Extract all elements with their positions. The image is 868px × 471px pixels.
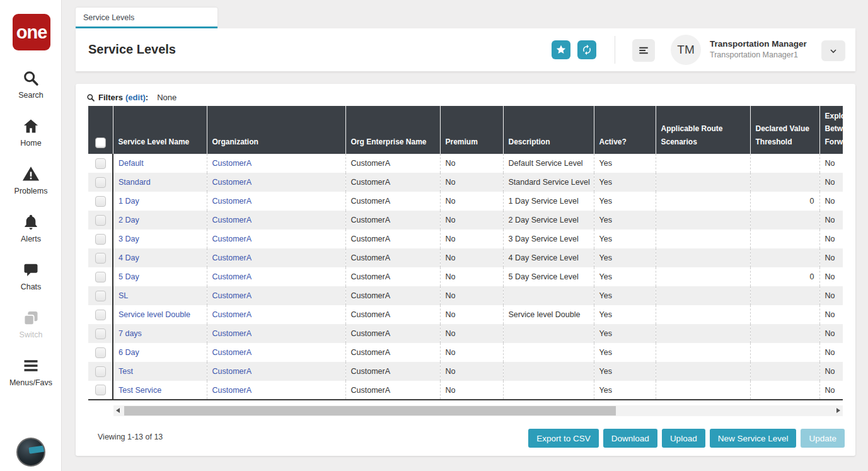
list-menu-button[interactable] bbox=[632, 39, 655, 62]
scroll-right-icon[interactable] bbox=[836, 408, 840, 413]
table-row: 5 DayCustomerACustomerANo5 Day Service L… bbox=[88, 267, 843, 286]
row-checkbox-cell bbox=[88, 286, 113, 305]
organization-link[interactable]: CustomerA bbox=[212, 197, 252, 206]
organization-link[interactable]: CustomerA bbox=[212, 253, 252, 262]
row-checkbox[interactable] bbox=[95, 196, 106, 207]
service-level-name-link[interactable]: 6 Day bbox=[119, 348, 139, 357]
sidebar-item-alerts[interactable]: Alerts bbox=[0, 204, 62, 243]
upload-button[interactable]: Upload bbox=[662, 429, 705, 448]
organization-link[interactable]: CustomerA bbox=[212, 310, 252, 319]
refresh-icon bbox=[581, 44, 593, 55]
organization-link[interactable]: CustomerA bbox=[212, 367, 252, 376]
user-menu-button[interactable] bbox=[821, 40, 845, 61]
column-header-explode[interactable]: Explore Between Forward bbox=[819, 106, 843, 154]
service-level-name-link[interactable]: 5 Day bbox=[119, 272, 139, 281]
download-button[interactable]: Download bbox=[603, 429, 657, 448]
row-checkbox[interactable] bbox=[95, 234, 106, 245]
row-checkbox[interactable] bbox=[95, 291, 106, 301]
description-cell bbox=[503, 381, 594, 400]
organization-link[interactable]: CustomerA bbox=[212, 291, 252, 300]
route-scenarios-cell bbox=[656, 381, 750, 400]
row-checkbox[interactable] bbox=[95, 310, 106, 320]
service-level-name-link[interactable]: 4 Day bbox=[119, 253, 139, 262]
star-icon bbox=[555, 44, 567, 55]
premium-cell: No bbox=[440, 248, 503, 267]
service-level-name-link[interactable]: 3 Day bbox=[119, 235, 139, 243]
filters-value: None bbox=[157, 93, 176, 102]
filters-edit-link[interactable]: (edit) bbox=[125, 93, 146, 102]
organization-link[interactable]: CustomerA bbox=[212, 272, 252, 281]
organization-link[interactable]: CustomerA bbox=[212, 178, 252, 187]
active-cell: Yes bbox=[594, 305, 656, 324]
org-enterprise-cell: CustomerA bbox=[345, 154, 440, 173]
row-checkbox[interactable] bbox=[95, 253, 106, 264]
select-all-checkbox[interactable] bbox=[95, 137, 106, 148]
chevron-down-icon bbox=[828, 46, 838, 56]
service-level-name-link[interactable]: SL bbox=[119, 291, 128, 300]
organization-link[interactable]: CustomerA bbox=[212, 329, 252, 338]
sidebar-item-problems[interactable]: Problems bbox=[0, 156, 62, 195]
column-header-description[interactable]: Description bbox=[503, 106, 594, 154]
service-level-name-link[interactable]: 1 Day bbox=[119, 197, 139, 206]
row-checkbox[interactable] bbox=[95, 177, 106, 188]
assistant-avatar[interactable] bbox=[16, 438, 45, 467]
column-header-route_scenarios[interactable]: Applicable Route Scenarios bbox=[656, 106, 750, 154]
organization-link[interactable]: CustomerA bbox=[212, 348, 252, 357]
sidebar-item-chats[interactable]: Chats bbox=[0, 252, 62, 291]
active-cell: Yes bbox=[594, 154, 656, 173]
row-checkbox[interactable] bbox=[95, 366, 106, 377]
row-checkbox[interactable] bbox=[95, 385, 106, 395]
explode-cell: No bbox=[819, 173, 843, 192]
column-header-org[interactable]: Organization bbox=[207, 106, 345, 154]
column-header-declared_value[interactable]: Declared Value Threshold bbox=[750, 106, 819, 154]
description-cell bbox=[503, 362, 594, 381]
export-to-csv-button[interactable]: Export to CSV bbox=[528, 429, 599, 448]
bell-icon bbox=[22, 212, 40, 232]
org-enterprise-cell: CustomerA bbox=[345, 230, 440, 248]
column-header-active[interactable]: Active? bbox=[594, 106, 656, 154]
column-header-name[interactable]: Service Level Name bbox=[113, 106, 207, 154]
row-checkbox-cell bbox=[88, 305, 113, 324]
user-avatar[interactable]: TM bbox=[671, 35, 701, 65]
row-checkbox[interactable] bbox=[95, 272, 106, 282]
organization-link[interactable]: CustomerA bbox=[212, 386, 252, 395]
row-checkbox[interactable] bbox=[95, 329, 106, 339]
sidebar-item-search[interactable]: Search bbox=[0, 61, 62, 100]
active-cell: Yes bbox=[594, 324, 656, 343]
row-checkbox-cell bbox=[88, 381, 113, 400]
service-level-name-link[interactable]: Test Service bbox=[119, 386, 161, 395]
row-checkbox[interactable] bbox=[95, 347, 106, 358]
scroll-left-icon[interactable] bbox=[116, 408, 120, 413]
sidebar-item-label: Chats bbox=[21, 282, 42, 291]
column-header-premium[interactable]: Premium bbox=[440, 106, 503, 154]
row-checkbox[interactable] bbox=[95, 215, 106, 226]
service-level-name-link[interactable]: 2 Day bbox=[119, 216, 139, 224]
grid-body: DefaultCustomerACustomerANoDefault Servi… bbox=[88, 154, 843, 400]
grid-header-row: Service Level NameOrganizationOrg Enterp… bbox=[88, 106, 843, 154]
explode-cell: No bbox=[819, 381, 843, 400]
horizontal-scrollbar[interactable] bbox=[113, 405, 843, 416]
new-service-level-button[interactable]: New Service Level bbox=[710, 429, 797, 448]
organization-link[interactable]: CustomerA bbox=[212, 216, 252, 224]
service-level-name-link[interactable]: Test bbox=[119, 367, 133, 376]
service-level-name-link[interactable]: 7 days bbox=[119, 329, 142, 338]
sidebar-item-home[interactable]: Home bbox=[0, 108, 62, 148]
org-enterprise-cell: CustomerA bbox=[345, 173, 440, 192]
row-checkbox[interactable] bbox=[95, 158, 106, 169]
organization-link[interactable]: CustomerA bbox=[212, 159, 252, 168]
organization-link[interactable]: CustomerA bbox=[212, 235, 252, 243]
refresh-button[interactable] bbox=[577, 40, 596, 59]
sidebar-item-menus[interactable]: Menus/Favs bbox=[0, 348, 62, 387]
explode-cell: No bbox=[819, 248, 843, 267]
table-row: 3 DayCustomerACustomerANo3 Day Service L… bbox=[88, 230, 843, 248]
scrollbar-thumb[interactable] bbox=[124, 406, 616, 416]
service-level-name-link[interactable]: Service level Double bbox=[119, 310, 190, 319]
service-level-name-link[interactable]: Default bbox=[119, 159, 144, 168]
column-header-org_enterprise[interactable]: Org Enterprise Name bbox=[345, 106, 440, 154]
favorite-button[interactable] bbox=[552, 40, 570, 59]
service-level-name-link[interactable]: Standard bbox=[119, 178, 151, 187]
table-row: TestCustomerACustomerANoYesNo bbox=[88, 362, 843, 381]
one-logo[interactable]: one bbox=[13, 14, 50, 50]
declared-value-cell bbox=[750, 248, 819, 267]
tab-service-levels[interactable]: Service Levels bbox=[76, 8, 217, 28]
